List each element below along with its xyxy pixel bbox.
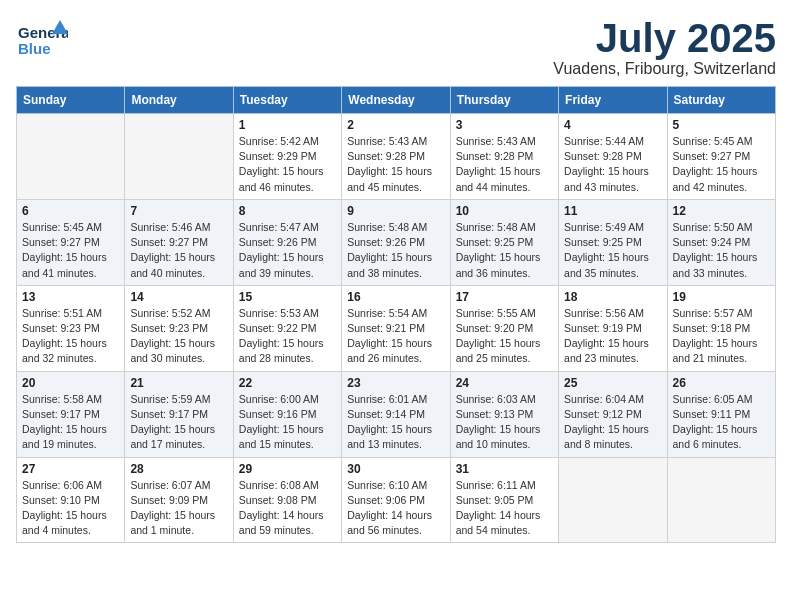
day-number: 31 [456, 462, 553, 476]
weekday-header: Wednesday [342, 87, 450, 114]
day-info: Sunrise: 5:52 AMSunset: 9:23 PMDaylight:… [130, 306, 227, 367]
title-block: July 2025 Vuadens, Fribourg, Switzerland [553, 16, 776, 78]
calendar-cell: 16Sunrise: 5:54 AMSunset: 9:21 PMDayligh… [342, 285, 450, 371]
day-number: 12 [673, 204, 770, 218]
day-info: Sunrise: 6:01 AMSunset: 9:14 PMDaylight:… [347, 392, 444, 453]
calendar-cell: 29Sunrise: 6:08 AMSunset: 9:08 PMDayligh… [233, 457, 341, 543]
calendar-cell: 17Sunrise: 5:55 AMSunset: 9:20 PMDayligh… [450, 285, 558, 371]
day-info: Sunrise: 6:05 AMSunset: 9:11 PMDaylight:… [673, 392, 770, 453]
day-info: Sunrise: 6:03 AMSunset: 9:13 PMDaylight:… [456, 392, 553, 453]
calendar-cell: 22Sunrise: 6:00 AMSunset: 9:16 PMDayligh… [233, 371, 341, 457]
day-info: Sunrise: 5:49 AMSunset: 9:25 PMDaylight:… [564, 220, 661, 281]
day-number: 11 [564, 204, 661, 218]
day-info: Sunrise: 5:50 AMSunset: 9:24 PMDaylight:… [673, 220, 770, 281]
calendar-table: SundayMondayTuesdayWednesdayThursdayFrid… [16, 86, 776, 543]
day-number: 17 [456, 290, 553, 304]
calendar-cell: 23Sunrise: 6:01 AMSunset: 9:14 PMDayligh… [342, 371, 450, 457]
svg-text:Blue: Blue [18, 40, 51, 57]
day-info: Sunrise: 5:43 AMSunset: 9:28 PMDaylight:… [347, 134, 444, 195]
day-number: 10 [456, 204, 553, 218]
calendar-cell: 5Sunrise: 5:45 AMSunset: 9:27 PMDaylight… [667, 114, 775, 200]
day-number: 26 [673, 376, 770, 390]
calendar-cell: 7Sunrise: 5:46 AMSunset: 9:27 PMDaylight… [125, 199, 233, 285]
day-number: 29 [239, 462, 336, 476]
day-info: Sunrise: 5:51 AMSunset: 9:23 PMDaylight:… [22, 306, 119, 367]
day-number: 22 [239, 376, 336, 390]
calendar-cell: 2Sunrise: 5:43 AMSunset: 9:28 PMDaylight… [342, 114, 450, 200]
calendar-cell: 10Sunrise: 5:48 AMSunset: 9:25 PMDayligh… [450, 199, 558, 285]
day-info: Sunrise: 6:08 AMSunset: 9:08 PMDaylight:… [239, 478, 336, 539]
day-number: 1 [239, 118, 336, 132]
calendar-cell: 8Sunrise: 5:47 AMSunset: 9:26 PMDaylight… [233, 199, 341, 285]
page-header: General Blue July 2025 Vuadens, Fribourg… [16, 16, 776, 78]
calendar-week-row: 1Sunrise: 5:42 AMSunset: 9:29 PMDaylight… [17, 114, 776, 200]
calendar-cell [17, 114, 125, 200]
calendar-cell: 18Sunrise: 5:56 AMSunset: 9:19 PMDayligh… [559, 285, 667, 371]
day-info: Sunrise: 6:07 AMSunset: 9:09 PMDaylight:… [130, 478, 227, 539]
calendar-cell: 27Sunrise: 6:06 AMSunset: 9:10 PMDayligh… [17, 457, 125, 543]
calendar-cell [667, 457, 775, 543]
day-info: Sunrise: 5:45 AMSunset: 9:27 PMDaylight:… [673, 134, 770, 195]
calendar-cell: 19Sunrise: 5:57 AMSunset: 9:18 PMDayligh… [667, 285, 775, 371]
day-number: 27 [22, 462, 119, 476]
weekday-header: Saturday [667, 87, 775, 114]
logo-icon: General Blue [16, 16, 68, 64]
day-info: Sunrise: 5:48 AMSunset: 9:26 PMDaylight:… [347, 220, 444, 281]
day-number: 14 [130, 290, 227, 304]
day-number: 18 [564, 290, 661, 304]
day-number: 2 [347, 118, 444, 132]
calendar-cell: 9Sunrise: 5:48 AMSunset: 9:26 PMDaylight… [342, 199, 450, 285]
day-number: 16 [347, 290, 444, 304]
day-info: Sunrise: 6:11 AMSunset: 9:05 PMDaylight:… [456, 478, 553, 539]
weekday-header: Tuesday [233, 87, 341, 114]
calendar-cell: 28Sunrise: 6:07 AMSunset: 9:09 PMDayligh… [125, 457, 233, 543]
month-title: July 2025 [553, 16, 776, 60]
day-number: 6 [22, 204, 119, 218]
weekday-header: Thursday [450, 87, 558, 114]
day-info: Sunrise: 5:43 AMSunset: 9:28 PMDaylight:… [456, 134, 553, 195]
day-number: 20 [22, 376, 119, 390]
day-info: Sunrise: 5:54 AMSunset: 9:21 PMDaylight:… [347, 306, 444, 367]
calendar-cell: 30Sunrise: 6:10 AMSunset: 9:06 PMDayligh… [342, 457, 450, 543]
weekday-header: Friday [559, 87, 667, 114]
calendar-cell: 11Sunrise: 5:49 AMSunset: 9:25 PMDayligh… [559, 199, 667, 285]
calendar-cell: 12Sunrise: 5:50 AMSunset: 9:24 PMDayligh… [667, 199, 775, 285]
calendar-cell: 3Sunrise: 5:43 AMSunset: 9:28 PMDaylight… [450, 114, 558, 200]
day-number: 24 [456, 376, 553, 390]
day-info: Sunrise: 5:44 AMSunset: 9:28 PMDaylight:… [564, 134, 661, 195]
day-number: 4 [564, 118, 661, 132]
calendar-cell: 13Sunrise: 5:51 AMSunset: 9:23 PMDayligh… [17, 285, 125, 371]
day-info: Sunrise: 5:46 AMSunset: 9:27 PMDaylight:… [130, 220, 227, 281]
day-number: 3 [456, 118, 553, 132]
day-info: Sunrise: 5:58 AMSunset: 9:17 PMDaylight:… [22, 392, 119, 453]
calendar-cell: 26Sunrise: 6:05 AMSunset: 9:11 PMDayligh… [667, 371, 775, 457]
day-info: Sunrise: 6:04 AMSunset: 9:12 PMDaylight:… [564, 392, 661, 453]
day-number: 25 [564, 376, 661, 390]
day-info: Sunrise: 6:06 AMSunset: 9:10 PMDaylight:… [22, 478, 119, 539]
calendar-cell: 6Sunrise: 5:45 AMSunset: 9:27 PMDaylight… [17, 199, 125, 285]
day-number: 9 [347, 204, 444, 218]
day-number: 8 [239, 204, 336, 218]
day-info: Sunrise: 5:56 AMSunset: 9:19 PMDaylight:… [564, 306, 661, 367]
calendar-week-row: 27Sunrise: 6:06 AMSunset: 9:10 PMDayligh… [17, 457, 776, 543]
location-title: Vuadens, Fribourg, Switzerland [553, 60, 776, 78]
day-info: Sunrise: 5:57 AMSunset: 9:18 PMDaylight:… [673, 306, 770, 367]
weekday-header-row: SundayMondayTuesdayWednesdayThursdayFrid… [17, 87, 776, 114]
day-info: Sunrise: 5:47 AMSunset: 9:26 PMDaylight:… [239, 220, 336, 281]
day-info: Sunrise: 5:53 AMSunset: 9:22 PMDaylight:… [239, 306, 336, 367]
weekday-header: Sunday [17, 87, 125, 114]
calendar-cell: 20Sunrise: 5:58 AMSunset: 9:17 PMDayligh… [17, 371, 125, 457]
calendar-cell [125, 114, 233, 200]
day-info: Sunrise: 5:59 AMSunset: 9:17 PMDaylight:… [130, 392, 227, 453]
calendar-cell: 21Sunrise: 5:59 AMSunset: 9:17 PMDayligh… [125, 371, 233, 457]
calendar-week-row: 6Sunrise: 5:45 AMSunset: 9:27 PMDaylight… [17, 199, 776, 285]
day-number: 7 [130, 204, 227, 218]
day-info: Sunrise: 5:42 AMSunset: 9:29 PMDaylight:… [239, 134, 336, 195]
day-info: Sunrise: 5:55 AMSunset: 9:20 PMDaylight:… [456, 306, 553, 367]
calendar-cell: 24Sunrise: 6:03 AMSunset: 9:13 PMDayligh… [450, 371, 558, 457]
day-number: 30 [347, 462, 444, 476]
day-number: 19 [673, 290, 770, 304]
calendar-cell: 1Sunrise: 5:42 AMSunset: 9:29 PMDaylight… [233, 114, 341, 200]
logo: General Blue [16, 16, 68, 64]
day-info: Sunrise: 5:48 AMSunset: 9:25 PMDaylight:… [456, 220, 553, 281]
